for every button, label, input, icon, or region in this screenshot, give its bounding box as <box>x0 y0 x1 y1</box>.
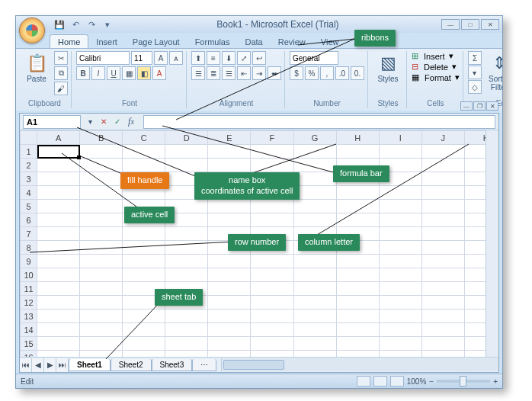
column-header[interactable]: B <box>80 131 123 145</box>
column-header[interactable]: I <box>379 131 421 145</box>
column-header[interactable]: F <box>251 131 293 145</box>
workbook-minimize[interactable]: — <box>460 101 473 111</box>
tab-home[interactable]: Home <box>50 34 88 48</box>
fill-color-button[interactable]: ◧ <box>137 66 151 80</box>
autosum-button[interactable]: Σ <box>468 51 482 65</box>
row-header[interactable]: 1 <box>21 145 37 159</box>
fill-handle[interactable] <box>77 156 81 159</box>
align-bottom-button[interactable]: ⬇ <box>222 51 236 65</box>
normal-view-button[interactable] <box>357 376 370 387</box>
currency-button[interactable]: $ <box>290 66 303 80</box>
row-header[interactable]: 13 <box>21 310 37 323</box>
save-icon[interactable]: 💾 <box>53 18 66 31</box>
prev-sheet-button[interactable]: ◀ <box>32 358 44 372</box>
align-left-button[interactable]: ☰ <box>191 66 205 80</box>
row-header[interactable]: 2 <box>21 159 37 172</box>
copy-button[interactable]: ⧉ <box>54 66 68 80</box>
align-center-button[interactable]: ≣ <box>207 66 220 80</box>
column-header[interactable]: H <box>336 131 379 145</box>
align-top-button[interactable]: ⬆ <box>191 51 205 65</box>
insert-cells-button[interactable]: ⊞ Insert ▾ <box>412 51 453 61</box>
row-header[interactable]: 7 <box>21 227 37 241</box>
number-format-combo[interactable]: General <box>290 51 338 65</box>
cancel-formula-button[interactable]: ✕ <box>98 116 110 128</box>
column-header[interactable]: D <box>165 131 208 145</box>
horizontal-scrollbar[interactable] <box>221 358 498 371</box>
row-header[interactable]: 5 <box>21 200 37 213</box>
column-header[interactable]: C <box>123 131 165 145</box>
column-header[interactable]: G <box>293 131 336 145</box>
sheet-tab[interactable]: Sheet1 <box>69 359 111 371</box>
formula-bar[interactable] <box>143 115 495 129</box>
zoom-slider[interactable] <box>437 380 490 383</box>
vertical-scrollbar[interactable] <box>486 130 498 357</box>
border-button[interactable]: ▦ <box>122 66 136 80</box>
tab-insert[interactable]: Insert <box>88 35 125 48</box>
wrap-text-button[interactable]: ↩ <box>252 51 266 65</box>
cut-button[interactable]: ✂ <box>54 51 68 65</box>
align-right-button[interactable]: ☰ <box>222 66 236 80</box>
undo-icon[interactable]: ↶ <box>69 18 82 31</box>
row-header[interactable]: 15 <box>21 337 37 351</box>
maximize-button[interactable]: □ <box>461 19 479 30</box>
italic-button[interactable]: I <box>91 66 105 80</box>
name-box[interactable]: A1 <box>23 115 81 129</box>
decrease-indent-button[interactable]: ⇤ <box>237 66 251 80</box>
decrease-decimal-button[interactable]: 0. <box>351 66 364 80</box>
tab-page-layout[interactable]: Page Layout <box>125 35 187 48</box>
column-header[interactable]: A <box>37 131 80 145</box>
qat-dropdown-icon[interactable]: ▾ <box>101 18 114 31</box>
row-header[interactable]: 9 <box>21 255 37 268</box>
increase-decimal-button[interactable]: .0 <box>335 66 349 80</box>
row-header[interactable]: 14 <box>21 323 37 337</box>
namebox-dropdown-icon[interactable]: ▾ <box>84 116 96 128</box>
decrease-font-button[interactable]: ᴀ <box>169 51 183 65</box>
row-header[interactable]: 6 <box>21 213 37 227</box>
row-header[interactable]: 8 <box>21 241 37 255</box>
sheet-tab[interactable]: Sheet2 <box>111 359 152 371</box>
page-break-view-button[interactable] <box>390 376 404 387</box>
sort-filter-button[interactable]: ⇕ Sort & Filter <box>484 51 503 93</box>
zoom-out-button[interactable]: − <box>429 377 434 386</box>
office-button[interactable] <box>19 18 45 43</box>
workbook-close[interactable]: ✕ <box>486 101 498 111</box>
clear-button[interactable]: ◇ <box>468 80 482 94</box>
paste-button[interactable]: 📋 Paste <box>21 51 52 85</box>
increase-indent-button[interactable]: ⇥ <box>252 66 266 80</box>
column-header[interactable]: K <box>464 131 486 145</box>
increase-font-button[interactable]: A <box>154 51 168 65</box>
cell-a1[interactable] <box>37 145 80 159</box>
format-painter-button[interactable]: 🖌 <box>54 82 68 95</box>
column-header[interactable]: E <box>208 131 251 145</box>
format-cells-button[interactable]: ▦ Format ▾ <box>412 72 460 82</box>
tab-formulas[interactable]: Formulas <box>187 35 238 48</box>
next-sheet-button[interactable]: ▶ <box>44 358 56 372</box>
row-header[interactable]: 11 <box>21 282 37 296</box>
new-sheet-button[interactable]: ⋯ <box>192 359 216 371</box>
tab-review[interactable]: Review <box>271 35 313 48</box>
workbook-restore[interactable]: ❐ <box>473 101 486 111</box>
row-header[interactable]: 3 <box>21 172 37 186</box>
first-sheet-button[interactable]: ⏮ <box>20 358 32 372</box>
delete-cells-button[interactable]: ⊟ Delete ▾ <box>412 62 457 72</box>
comma-button[interactable]: , <box>320 66 334 80</box>
tab-view[interactable]: View <box>313 35 347 48</box>
bold-button[interactable]: B <box>76 66 90 80</box>
sheet-tab[interactable]: Sheet3 <box>152 359 193 371</box>
font-color-button[interactable]: A <box>152 66 166 80</box>
fill-button[interactable]: ▾ <box>468 66 482 79</box>
row-header[interactable]: 4 <box>21 186 37 200</box>
styles-button[interactable]: ▧ Styles <box>373 51 403 85</box>
font-size-combo[interactable]: 11 <box>131 51 152 65</box>
underline-button[interactable]: U <box>107 66 120 80</box>
last-sheet-button[interactable]: ⏭ <box>56 358 69 372</box>
close-button[interactable]: ✕ <box>481 19 499 30</box>
orientation-button[interactable]: ⤢ <box>237 51 251 65</box>
row-header[interactable]: 12 <box>21 296 37 310</box>
align-middle-button[interactable]: ≡ <box>207 51 220 65</box>
column-header[interactable]: J <box>421 131 464 145</box>
insert-function-button[interactable]: fx <box>125 116 137 128</box>
redo-icon[interactable]: ↷ <box>85 18 98 31</box>
percent-button[interactable]: % <box>305 66 319 80</box>
row-header[interactable]: 16 <box>21 351 37 358</box>
